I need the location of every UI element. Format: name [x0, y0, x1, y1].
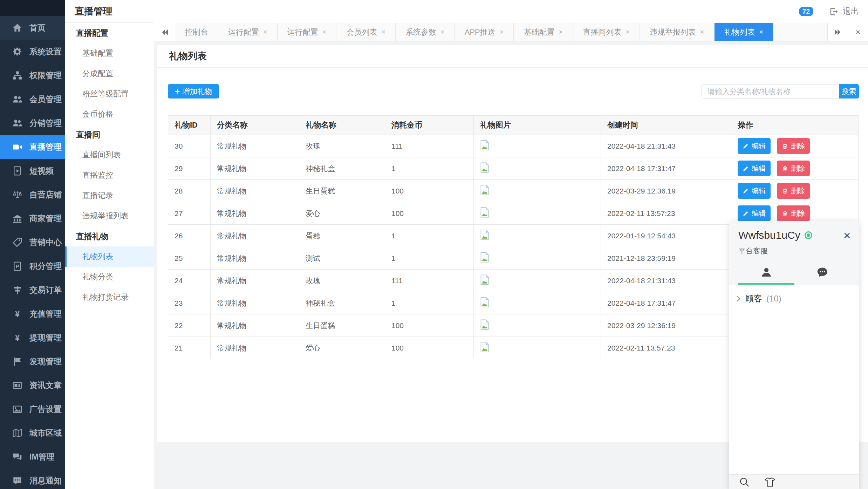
submenu-item-礼物列表[interactable]: 礼物列表 — [65, 246, 154, 267]
edit-button[interactable]: 编辑 — [738, 205, 771, 221]
tab-close-icon[interactable]: × — [263, 28, 267, 36]
sidebar-item-交易订单[interactable]: 交易订单 — [0, 278, 65, 302]
broken-image-icon — [480, 323, 489, 331]
tabs-scroll-left-button[interactable] — [154, 23, 175, 41]
tab-close-icon[interactable]: × — [322, 28, 327, 36]
submenu-item-粉丝等级配置[interactable]: 粉丝等级配置 — [65, 84, 154, 104]
sidebar-item-提现管理[interactable]: ¥提现管理 — [0, 326, 65, 349]
tab-close-icon[interactable]: × — [500, 28, 504, 36]
tab-close-icon[interactable]: × — [759, 28, 764, 36]
chat-search-icon[interactable] — [739, 477, 750, 487]
sidebar-item-营销中心[interactable]: 营销中心 — [0, 230, 65, 254]
delete-label: 删除 — [791, 164, 805, 173]
sidebar-item-短视频[interactable]: 短视频 — [0, 159, 65, 183]
tab-基础配置[interactable]: 基础配置× — [514, 23, 573, 41]
tab-直播间列表[interactable]: 直播间列表× — [573, 23, 640, 41]
gift-name-cell: 神秘礼盒 — [299, 157, 385, 180]
sidebar-item-系统设置[interactable]: 系统设置 — [0, 40, 65, 63]
sidebar-item-IM管理[interactable]: IM管理 — [0, 445, 65, 469]
tab-运行配置[interactable]: 运行配置× — [218, 23, 278, 41]
admin-app: 首页系统设置权限管理会员管理分销管理直播管理短视频自营店铺商家管理营销中心P积分… — [0, 0, 868, 489]
edit-button[interactable]: 编辑 — [738, 183, 771, 199]
coins-cell: 111 — [385, 135, 474, 157]
notification-button[interactable]: 72 — [799, 8, 813, 15]
table-row: 28常规礼物生日蛋糕1002022-03-29 12:36:19编辑删除 — [168, 180, 859, 202]
sidebar-item-label: 营销中心 — [29, 237, 62, 248]
sidebar-item-label: 充值管理 — [29, 308, 62, 319]
sidebar-item-广告设置[interactable]: 广告设置 — [0, 397, 65, 421]
delete-button[interactable]: 删除 — [777, 161, 810, 176]
sidebar-item-权限管理[interactable]: 权限管理 — [0, 63, 65, 87]
submenu-item-礼物打赏记录[interactable]: 礼物打赏记录 — [65, 287, 154, 307]
created-time-cell: 2022-04-18 21:31:43 — [601, 135, 731, 157]
chat-tab-conversations[interactable] — [794, 262, 850, 285]
submenu-item-直播监控[interactable]: 直播监控 — [65, 165, 154, 185]
sidebar-item-分销管理[interactable]: 分销管理 — [0, 111, 65, 135]
tab-close-icon[interactable]: × — [440, 28, 445, 36]
search-input[interactable] — [702, 84, 839, 99]
delete-button[interactable]: 删除 — [777, 205, 810, 221]
tab-close-icon[interactable]: × — [381, 28, 385, 36]
tabs-strip: 控制台运行配置×运行配置×会员列表×系统参数×APP推送×基础配置×直播间列表×… — [175, 23, 773, 41]
tab-label: 运行配置 — [287, 27, 318, 38]
short-video-icon — [12, 165, 22, 176]
tab-APP推送[interactable]: APP推送× — [455, 23, 514, 41]
add-gift-button[interactable]: + 增加礼物 — [168, 84, 219, 99]
submenu-item-违规举报列表[interactable]: 违规举报列表 — [65, 206, 154, 226]
submenu-item-分成配置[interactable]: 分成配置 — [65, 63, 154, 84]
created-time-cell: 2022-02-11 13:57:23 — [601, 337, 731, 359]
coins-cell: 1 — [385, 225, 474, 247]
sidebar-item-商家管理[interactable]: 商家管理 — [0, 206, 65, 230]
submenu-item-礼物分类[interactable]: 礼物分类 — [65, 267, 154, 287]
sidebar-item-直播管理[interactable]: 直播管理 — [0, 135, 65, 159]
sidebar-item-首页[interactable]: 首页 — [0, 16, 65, 40]
coins-cell: 111 — [385, 270, 474, 292]
search-group: 搜索 — [702, 84, 859, 99]
tab-label: APP推送 — [465, 27, 495, 38]
plus-icon: + — [175, 87, 180, 96]
created-time-cell: 2022-02-11 13:57:23 — [601, 202, 731, 225]
svg-text:¥: ¥ — [15, 309, 20, 318]
sidebar-item-资讯文章[interactable]: 资讯文章 — [0, 373, 65, 397]
gift-name-cell: 测试 — [299, 247, 385, 270]
edit-button[interactable]: 编辑 — [738, 161, 771, 176]
chat-group-customers[interactable]: 顾客 (10) — [736, 293, 853, 304]
column-header-礼物名称: 礼物名称 — [299, 116, 385, 135]
tab-礼物列表[interactable]: 礼物列表× — [715, 23, 774, 41]
gift-id-cell: 25 — [168, 247, 211, 270]
submenu-item-直播间列表[interactable]: 直播间列表 — [65, 145, 154, 165]
tab-close-icon[interactable]: × — [700, 28, 704, 36]
tabs-close-all-button[interactable]: × — [848, 23, 868, 41]
chat-tab-contacts[interactable] — [738, 262, 794, 285]
submenu-item-基础配置[interactable]: 基础配置 — [65, 43, 154, 63]
edit-label: 编辑 — [752, 164, 766, 173]
tab-系统参数[interactable]: 系统参数× — [396, 23, 455, 41]
sidebar-item-消息通知[interactable]: 消息通知 — [0, 469, 65, 489]
sidebar-item-城市区域[interactable]: 城市区域 — [0, 421, 65, 445]
tab-运行配置[interactable]: 运行配置× — [278, 23, 337, 41]
delete-button[interactable]: 删除 — [777, 138, 810, 154]
tab-控制台[interactable]: 控制台 — [175, 23, 218, 41]
coins-cell: 100 — [385, 202, 474, 225]
tab-会员列表[interactable]: 会员列表× — [336, 23, 396, 41]
submenu-item-金币价格[interactable]: 金币价格 — [65, 104, 154, 124]
sidebar-item-自营店铺[interactable]: 自营店铺 — [0, 183, 65, 206]
delete-button[interactable]: 删除 — [777, 183, 810, 199]
logout-button[interactable]: 退出 — [829, 6, 859, 17]
search-button[interactable]: 搜索 — [839, 84, 859, 99]
edit-button[interactable]: 编辑 — [738, 138, 771, 154]
tab-违规举报列表[interactable]: 违规举报列表× — [640, 23, 715, 41]
sidebar-item-充值管理[interactable]: ¥充值管理 — [0, 302, 65, 326]
tab-close-icon[interactable]: × — [559, 28, 563, 36]
sidebar-item-积分管理[interactable]: P积分管理 — [0, 254, 65, 278]
tabs-scroll-right-button[interactable] — [827, 23, 848, 41]
chat-shop-shirt-icon[interactable] — [764, 477, 775, 487]
tab-close-icon[interactable]: × — [626, 28, 630, 36]
sidebar-item-会员管理[interactable]: 会员管理 — [0, 87, 65, 111]
submenu-item-直播记录[interactable]: 直播记录 — [65, 185, 154, 206]
tab-label: 基础配置 — [524, 27, 554, 38]
sidebar-item-发现管理[interactable]: 发现管理 — [0, 349, 65, 373]
chat-subtitle: 平台客服 — [738, 246, 850, 256]
chat-close-icon[interactable]: × — [843, 229, 850, 241]
chat-username: Wwfsbu1uCy — [738, 229, 800, 241]
